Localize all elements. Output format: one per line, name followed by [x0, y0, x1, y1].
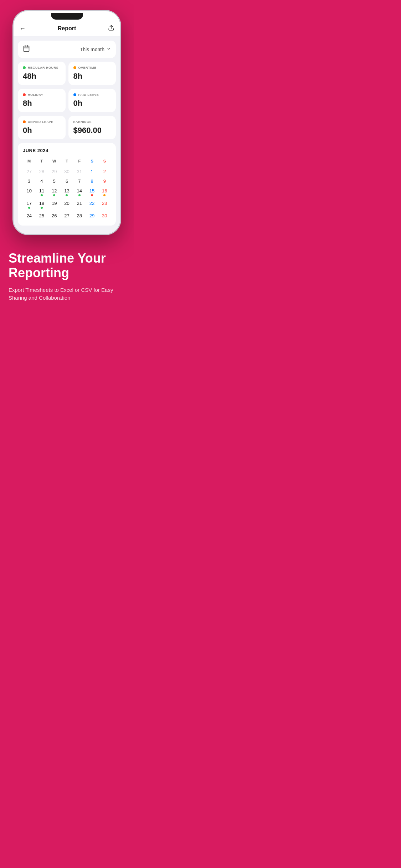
- stats-row-2: HOLIDAY 8h PAID LEAVE 0h: [18, 89, 116, 112]
- cal-day[interactable]: 10: [23, 186, 35, 198]
- unpaid-leave-label-row: UNPAID LEAVE: [23, 120, 61, 124]
- overtime-value: 8h: [73, 72, 111, 81]
- cal-day[interactable]: 4: [35, 176, 48, 185]
- screen-content: This month: [14, 36, 120, 234]
- chevron-down-icon: [107, 47, 111, 52]
- overtime-dot: [73, 66, 76, 69]
- earnings-value: $960.00: [73, 126, 111, 135]
- cal-day[interactable]: 16: [98, 186, 111, 198]
- calendar-icon: [23, 45, 30, 54]
- cal-day[interactable]: 26: [48, 211, 61, 220]
- holiday-value: 8h: [23, 99, 61, 108]
- stats-row-1: REGULAR HOURS 48h OVERTIME 8h: [18, 62, 116, 85]
- cal-day[interactable]: 21: [73, 198, 86, 210]
- cal-day[interactable]: 3: [23, 176, 35, 185]
- calendar-grid: M T W T F S S 27 28: [23, 157, 111, 220]
- cal-day[interactable]: 25: [35, 211, 48, 220]
- regular-hours-value: 48h: [23, 72, 61, 81]
- date-filter-label: This month: [80, 47, 104, 52]
- unpaid-leave-dot: [23, 120, 26, 123]
- calendar-month-title: JUNE 2024: [23, 148, 111, 153]
- cal-header-mon: M: [23, 157, 35, 165]
- cal-day[interactable]: 29: [48, 167, 61, 176]
- promo-subtitle: Export Timesheets to Excel or CSV for Ea…: [9, 286, 125, 302]
- overtime-label: OVERTIME: [78, 66, 97, 69]
- page-wrapper: ← Report: [0, 0, 134, 314]
- cal-header-tue: T: [35, 157, 48, 165]
- cal-header-fri: F: [73, 157, 86, 165]
- cal-day[interactable]: 30: [98, 211, 111, 220]
- unpaid-leave-card: UNPAID LEAVE 0h: [18, 116, 66, 139]
- paid-leave-dot: [73, 93, 76, 96]
- cal-day[interactable]: 13: [61, 186, 73, 198]
- notch: [51, 13, 83, 20]
- notch-area: [14, 11, 120, 21]
- cal-day[interactable]: 19: [48, 198, 61, 210]
- calendar-week-3: 10 11 12 13 14 15 16: [23, 186, 111, 198]
- cal-day[interactable]: 12: [48, 186, 61, 198]
- cal-day[interactable]: 28: [35, 167, 48, 176]
- paid-leave-card: PAID LEAVE 0h: [68, 89, 116, 112]
- paid-leave-label: PAID LEAVE: [78, 93, 99, 97]
- phone-mockup: ← Report: [12, 0, 121, 242]
- cal-header-wed: W: [48, 157, 61, 165]
- calendar-week-5: 24 25 26 27 28 29 30: [23, 211, 111, 220]
- cal-day[interactable]: 1: [86, 167, 98, 176]
- overtime-label-row: OVERTIME: [73, 66, 111, 69]
- cal-day[interactable]: 30: [61, 167, 73, 176]
- cal-day[interactable]: 11: [35, 186, 48, 198]
- page-title: Report: [58, 25, 76, 32]
- holiday-dot: [23, 93, 26, 96]
- cal-day[interactable]: 29: [86, 211, 98, 220]
- promo-title: Streamline Your Reporting: [9, 251, 125, 280]
- cal-day[interactable]: 18: [35, 198, 48, 210]
- cal-day[interactable]: 6: [61, 176, 73, 185]
- cal-day[interactable]: 23: [98, 198, 111, 210]
- calendar-header-row: M T W T F S S: [23, 157, 111, 165]
- paid-leave-value: 0h: [73, 99, 111, 108]
- phone-frame: ← Report: [12, 10, 121, 235]
- calendar-week-2: 3 4 5 6 7 8 9: [23, 176, 111, 185]
- date-filter-card[interactable]: This month: [18, 41, 116, 58]
- cal-day[interactable]: 22: [86, 198, 98, 210]
- cal-day[interactable]: 24: [23, 211, 35, 220]
- cal-header-sun: S: [98, 157, 111, 165]
- earnings-label: EARNINGS: [73, 120, 111, 124]
- cal-day[interactable]: 5: [48, 176, 61, 185]
- unpaid-leave-label: UNPAID LEAVE: [28, 120, 53, 124]
- holiday-label-row: HOLIDAY: [23, 93, 61, 97]
- unpaid-leave-value: 0h: [23, 126, 61, 135]
- cal-day[interactable]: 28: [73, 211, 86, 220]
- date-filter-right[interactable]: This month: [80, 47, 111, 52]
- cal-day[interactable]: 31: [73, 167, 86, 176]
- cal-day[interactable]: 8: [86, 176, 98, 185]
- overtime-card: OVERTIME 8h: [68, 62, 116, 85]
- holiday-card: HOLIDAY 8h: [18, 89, 66, 112]
- back-icon[interactable]: ←: [19, 25, 26, 32]
- regular-hours-card: REGULAR HOURS 48h: [18, 62, 66, 85]
- cal-day[interactable]: 15: [86, 186, 98, 198]
- calendar-week-4: 17 18 19 20 21 22 23: [23, 198, 111, 210]
- export-icon[interactable]: [108, 25, 114, 32]
- cal-day[interactable]: 7: [73, 176, 86, 185]
- stats-row-3: UNPAID LEAVE 0h EARNINGS $960.00: [18, 116, 116, 139]
- promo-section: Streamline Your Reporting Export Timeshe…: [0, 242, 134, 314]
- calendar-week-1: 27 28 29 30 31 1 2: [23, 167, 111, 176]
- cal-day[interactable]: 20: [61, 198, 73, 210]
- svg-rect-1: [24, 46, 29, 51]
- cal-day[interactable]: 27: [23, 167, 35, 176]
- holiday-label: HOLIDAY: [28, 93, 43, 97]
- phone-screen: ← Report: [14, 11, 120, 234]
- regular-hours-dot: [23, 66, 26, 69]
- cal-day[interactable]: 2: [98, 167, 111, 176]
- cal-header-thu: T: [61, 157, 73, 165]
- app-header: ← Report: [14, 21, 120, 36]
- earnings-card: EARNINGS $960.00: [68, 116, 116, 139]
- cal-day[interactable]: 27: [61, 211, 73, 220]
- regular-hours-label: REGULAR HOURS: [28, 66, 58, 69]
- cal-header-sat: S: [86, 157, 98, 165]
- cal-day[interactable]: 17: [23, 198, 35, 210]
- regular-hours-label-row: REGULAR HOURS: [23, 66, 61, 69]
- cal-day[interactable]: 14: [73, 186, 86, 198]
- cal-day[interactable]: 9: [98, 176, 111, 185]
